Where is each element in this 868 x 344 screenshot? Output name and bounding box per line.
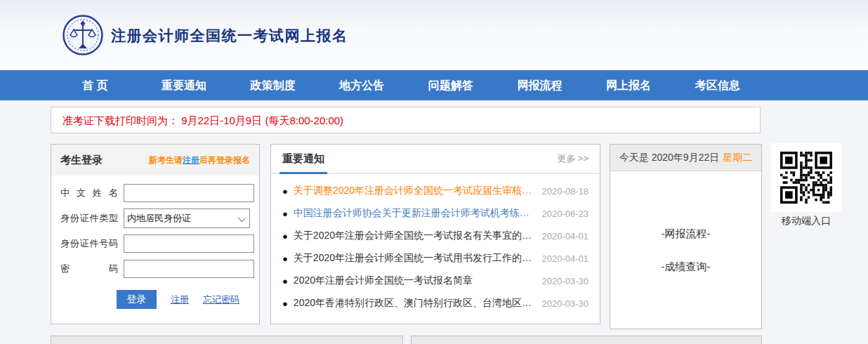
- nav-item-important-notices[interactable]: 重要通知: [140, 70, 229, 100]
- name-input[interactable]: [124, 184, 254, 202]
- login-form: 中 文 姓 名 身份证件类型 内地居民身份证 身份证件号码 密 码 登录 注: [51, 176, 259, 309]
- bottom-right-panel: [411, 336, 762, 344]
- nav-item-home[interactable]: 首 页: [51, 70, 140, 100]
- chevron-down-icon: [238, 214, 246, 222]
- nav-item-online-registration[interactable]: 网上报名: [584, 70, 673, 100]
- today-date-text: 今天是 2020年9月22日: [619, 152, 719, 164]
- site-header: 注册会计师全国统一考试网上报名: [0, 0, 868, 70]
- notice-link[interactable]: 中国注册会计师协会关于更新注册会计师考试机考练习网站的公...: [294, 207, 534, 220]
- password-input[interactable]: [124, 260, 254, 278]
- score-query-link[interactable]: -成绩查询-: [610, 260, 761, 274]
- important-notices-panel: 重要通知 更多 >> ● 关于调整2020年注册会计师全国统一考试应届生审核及准…: [270, 144, 600, 324]
- mobile-entry-label: 移动端入口: [771, 215, 841, 227]
- hint-suffix: 后再登录报名: [199, 155, 250, 165]
- list-item: ● 关于调整2020年注册会计师全国统一考试应届生审核及准考... 2020-0…: [282, 180, 588, 202]
- bullet-icon: ●: [282, 231, 288, 242]
- admission-ticket-notice-text: 准考证下载打印时间为： 9月22日-10月9日 (每天8:00-20:00): [63, 114, 343, 126]
- notice-link[interactable]: 2020年注册会计师全国统一考试报名简章: [294, 274, 534, 287]
- bullet-icon: ●: [282, 186, 288, 197]
- cicpa-logo-icon: [62, 14, 104, 56]
- login-title: 考生登录: [60, 154, 103, 167]
- nav-item-exam-area-info[interactable]: 考区信息: [673, 70, 762, 100]
- registration-flow-link[interactable]: -网报流程-: [610, 227, 761, 241]
- notice-list: ● 关于调整2020年注册会计师全国统一考试应届生审核及准考... 2020-0…: [271, 174, 600, 315]
- password-label: 密 码: [60, 263, 118, 275]
- login-panel-header: 考生登录 新考生请注册后再登录报名: [51, 145, 259, 176]
- notice-link[interactable]: 关于调整2020年注册会计师全国统一考试应届生审核及准考...: [294, 185, 534, 197]
- list-item: ● 2020年注册会计师全国统一考试报名简章 2020-03-30: [282, 270, 588, 292]
- id-type-selected-value: 内地居民身份证: [127, 212, 191, 225]
- id-number-input[interactable]: [124, 234, 254, 253]
- candidate-login-panel: 考生登录 新考生请注册后再登录报名 中 文 姓 名 身份证件类型 内地居民身份证…: [51, 144, 260, 324]
- weekday-text: 星期二: [723, 152, 752, 164]
- new-candidate-hint: 新考生请注册后再登录报名: [149, 154, 250, 166]
- main-nav: 首 页 重要通知 政策制度 地方公告 问题解答 网报流程 网上报名 考区信息: [0, 70, 868, 100]
- page: 注册会计师全国统一考试网上报名 首 页 重要通知 政策制度 地方公告 问题解答 …: [0, 0, 868, 344]
- notice-link[interactable]: 关于2020年注册会计师全国统一考试用书发行工作的公告: [294, 252, 534, 265]
- bullet-icon: ●: [282, 276, 288, 286]
- bullet-icon: ●: [282, 253, 288, 264]
- notices-panel-header: 重要通知 更多 >>: [271, 145, 600, 174]
- page-title: 注册会计师全国统一考试网上报名: [111, 26, 348, 46]
- notice-date: 2020-04-01: [542, 253, 589, 264]
- nav-item-faq[interactable]: 问题解答: [407, 70, 496, 100]
- nav-item-local-announcements[interactable]: 地方公告: [317, 70, 407, 100]
- bullet-icon: ●: [282, 298, 288, 309]
- register-link[interactable]: 注册: [171, 293, 189, 306]
- login-button[interactable]: 登录: [117, 290, 157, 309]
- more-link[interactable]: 更多 >>: [557, 152, 588, 165]
- id-type-label: 身份证件类型: [60, 212, 118, 225]
- list-item: ● 关于2020年注册会计师全国统一考试报名有关事宜的公告 2020-04-01: [282, 225, 588, 247]
- notice-date: 2020-04-01: [542, 231, 589, 242]
- name-label: 中 文 姓 名: [60, 187, 118, 199]
- list-item: ● 2020年香港特别行政区、澳门特别行政区、台湾地区居民及... 2020-0…: [282, 292, 588, 315]
- list-item: ● 关于2020年注册会计师全国统一考试用书发行工作的公告 2020-04-01: [282, 247, 588, 270]
- notice-date: 2020-06-23: [542, 209, 589, 219]
- admission-ticket-notice: 准考证下载打印时间为： 9月22日-10月9日 (每天8:00-20:00): [51, 107, 761, 133]
- forgot-password-link[interactable]: 忘记密码: [203, 293, 239, 306]
- qr-code-icon: [780, 152, 832, 204]
- register-inline-link[interactable]: 注册: [183, 155, 199, 165]
- list-item: ● 中国注册会计师协会关于更新注册会计师考试机考练习网站的公... 2020-0…: [282, 202, 588, 225]
- mobile-entry-qr: [771, 143, 841, 212]
- notice-date: 2020-03-30: [542, 276, 589, 286]
- nav-item-registration-flow[interactable]: 网报流程: [495, 70, 584, 100]
- hint-prefix: 新考生请: [149, 155, 183, 165]
- notice-date: 2020-03-30: [542, 298, 589, 309]
- bullet-icon: ●: [282, 209, 288, 219]
- notices-title: 重要通知: [282, 145, 324, 173]
- nav-item-policies[interactable]: 政策制度: [228, 70, 317, 100]
- id-type-select[interactable]: 内地居民身份证: [124, 209, 250, 228]
- bottom-left-panel: [51, 336, 403, 344]
- today-date: 今天是 2020年9月22日 星期二: [610, 145, 761, 171]
- notice-link[interactable]: 2020年香港特别行政区、澳门特别行政区、台湾地区居民及...: [294, 297, 534, 310]
- notice-date: 2020-08-18: [542, 186, 589, 197]
- notice-link[interactable]: 关于2020年注册会计师全国统一考试报名有关事宜的公告: [294, 230, 534, 242]
- id-number-label: 身份证件号码: [60, 237, 118, 250]
- today-panel: 今天是 2020年9月22日 星期二 -网报流程- -成绩查询-: [610, 144, 762, 329]
